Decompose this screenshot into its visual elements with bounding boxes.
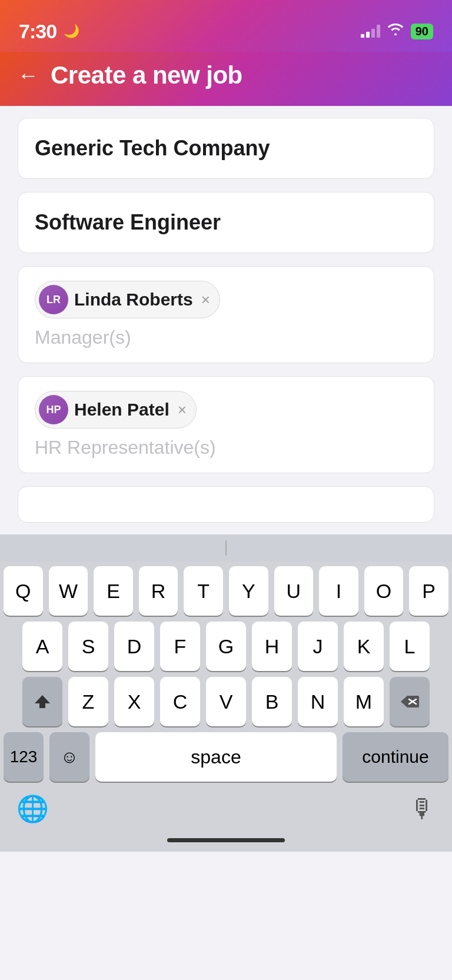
status-bar: 7:30 🌙 90 (0, 0, 452, 52)
keyboard-bottom-toolbar: 🌐 🎙 (0, 785, 452, 833)
microphone-icon[interactable]: 🎙 (410, 794, 436, 823)
key-s[interactable]: S (68, 622, 108, 671)
keyboard-row-3: Z X C V B N M (4, 677, 448, 726)
hr-placeholder: HR Representative(s) (35, 437, 417, 459)
company-input[interactable]: Generic Tech Company (18, 118, 434, 179)
key-j[interactable]: J (298, 622, 338, 671)
space-key[interactable]: space (95, 732, 337, 782)
key-z[interactable]: Z (68, 677, 108, 726)
remove-manager-button[interactable]: × (201, 291, 210, 309)
manager-tag-row: LR Linda Roberts × (35, 281, 417, 318)
page-title: Create a new job (51, 61, 242, 89)
key-e[interactable]: E (94, 566, 133, 616)
key-b[interactable]: B (252, 677, 292, 726)
keyboard-divider (225, 540, 227, 556)
moon-icon: 🌙 (64, 24, 79, 39)
key-m[interactable]: M (344, 677, 384, 726)
form-area: Generic Tech Company Software Engineer L… (0, 106, 452, 534)
key-c[interactable]: C (160, 677, 200, 726)
hr-name: Helen Patel (74, 400, 170, 420)
keyboard-rows: Q W E R T Y U I O P A S D F G H J K L (0, 562, 452, 785)
hr-tag-row: HP Helen Patel × (35, 391, 417, 428)
key-v[interactable]: V (206, 677, 246, 726)
job-title-input[interactable]: Software Engineer (18, 192, 434, 253)
key-y[interactable]: Y (229, 566, 268, 616)
key-k[interactable]: K (344, 622, 384, 671)
numbers-key[interactable]: 123 (4, 732, 44, 782)
key-h[interactable]: H (252, 622, 292, 671)
home-indicator-area (0, 833, 452, 852)
status-icons: 90 (361, 24, 433, 39)
key-u[interactable]: U (274, 566, 314, 616)
key-i[interactable]: I (319, 566, 358, 616)
key-f[interactable]: F (160, 622, 200, 671)
home-indicator-bar (167, 838, 285, 842)
nav-header: ← Create a new job (0, 52, 452, 106)
key-r[interactable]: R (139, 566, 178, 616)
hr-field[interactable]: HP Helen Patel × HR Representative(s) (18, 376, 434, 473)
manager-field[interactable]: LR Linda Roberts × Manager(s) (18, 266, 434, 363)
delete-key[interactable] (390, 677, 430, 726)
globe-icon[interactable]: 🌐 (16, 793, 49, 824)
keyboard-row-2: A S D F G H J K L (4, 622, 448, 671)
manager-tag[interactable]: LR Linda Roberts × (35, 281, 220, 318)
keyboard-top-strip (0, 534, 452, 562)
hr-avatar: HP (39, 395, 68, 424)
manager-avatar: LR (39, 285, 68, 314)
key-w[interactable]: W (49, 566, 88, 616)
emoji-key[interactable]: ☺ (49, 732, 89, 782)
keyboard-row-1: Q W E R T Y U I O P (4, 566, 448, 616)
key-g[interactable]: G (206, 622, 246, 671)
signal-icon (361, 25, 380, 38)
key-p[interactable]: P (409, 566, 448, 616)
wifi-icon (387, 24, 404, 39)
key-l[interactable]: L (390, 622, 430, 671)
back-button[interactable]: ← (18, 65, 39, 86)
battery-icon: 90 (411, 24, 433, 39)
shift-key[interactable] (22, 677, 62, 726)
status-time: 7:30 (19, 20, 56, 43)
manager-placeholder: Manager(s) (35, 327, 417, 348)
hr-tag[interactable]: HP Helen Patel × (35, 391, 197, 428)
next-field-partial (18, 486, 434, 523)
key-q[interactable]: Q (4, 566, 43, 616)
key-t[interactable]: T (184, 566, 223, 616)
key-o[interactable]: O (364, 566, 404, 616)
keyboard: Q W E R T Y U I O P A S D F G H J K L (0, 534, 452, 852)
remove-hr-button[interactable]: × (178, 401, 187, 419)
key-x[interactable]: X (114, 677, 154, 726)
keyboard-row-4: 123 ☺ space continue (4, 732, 448, 782)
continue-key[interactable]: continue (343, 732, 448, 782)
manager-name: Linda Roberts (74, 290, 193, 310)
key-a[interactable]: A (22, 622, 62, 671)
key-d[interactable]: D (114, 622, 154, 671)
key-n[interactable]: N (298, 677, 338, 726)
